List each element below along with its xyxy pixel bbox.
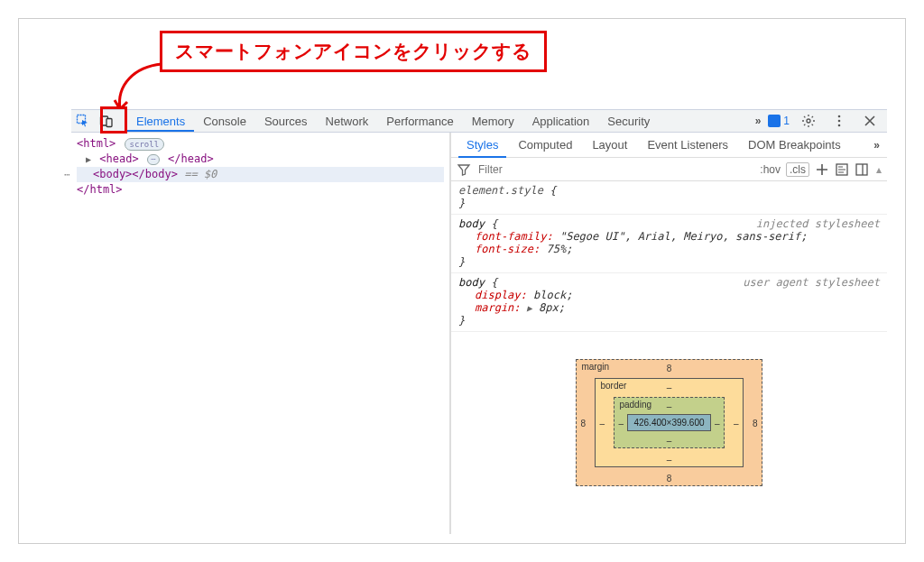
prop-name: font-size bbox=[475, 243, 533, 255]
dom-html-close[interactable]: </html> bbox=[77, 182, 444, 198]
border-top-value: – bbox=[667, 382, 672, 392]
tab-performance[interactable]: Performance bbox=[377, 110, 462, 132]
padding-label: padding bbox=[619, 400, 651, 410]
rule-body-injected[interactable]: injected stylesheet body { font-family: … bbox=[451, 215, 887, 273]
main-tabs: Elements Console Sources Network Perform… bbox=[127, 110, 659, 132]
issues-chip-icon bbox=[768, 115, 781, 127]
prop-name: margin bbox=[475, 301, 513, 314]
filter-input[interactable] bbox=[476, 162, 754, 177]
toggle-hov[interactable]: :hov bbox=[760, 163, 781, 176]
tab-memory[interactable]: Memory bbox=[463, 110, 523, 132]
brace-open: { bbox=[543, 184, 556, 197]
box-border[interactable]: border – – – – padding – – – – bbox=[595, 378, 743, 467]
tab-network[interactable]: Network bbox=[317, 110, 378, 132]
computed-styles-icon[interactable] bbox=[835, 162, 849, 177]
brace-close: } bbox=[458, 314, 465, 327]
brace-close: } bbox=[458, 197, 465, 209]
tag-html-close: </html> bbox=[77, 183, 123, 196]
inspect-element-icon[interactable] bbox=[71, 109, 95, 133]
tab-security[interactable]: Security bbox=[598, 110, 659, 132]
rule-body-useragent[interactable]: user agent stylesheet body { display: bl… bbox=[451, 273, 887, 332]
issues-count: 1 bbox=[783, 115, 790, 127]
close-devtools-icon[interactable] bbox=[858, 109, 882, 133]
tab-console[interactable]: Console bbox=[194, 110, 255, 132]
dom-body-row-selected[interactable]: ⋯ <body></body> == $0 bbox=[77, 167, 444, 182]
subtab-computed[interactable]: Computed bbox=[510, 133, 580, 158]
settings-gear-icon[interactable] bbox=[797, 109, 820, 133]
margin-top-value: 8 bbox=[667, 364, 672, 373]
box-padding[interactable]: padding – – – – 426.400×399.600 bbox=[614, 397, 724, 448]
stylesheet-source: user agent stylesheet bbox=[743, 276, 880, 289]
prop-name: font-family bbox=[475, 230, 546, 243]
tag-html-open: <html> bbox=[77, 137, 116, 150]
styles-subtabs: Styles Computed Layout Event Listeners D… bbox=[451, 133, 887, 158]
toggle-sidebar-icon[interactable] bbox=[855, 162, 869, 177]
subtab-event-listeners[interactable]: Event Listeners bbox=[639, 133, 736, 158]
scroll-indicator-icon: ▴ bbox=[876, 163, 882, 176]
brace-open: { bbox=[485, 276, 497, 289]
subtabs-overflow-icon[interactable]: » bbox=[873, 139, 887, 152]
stylesheet-source: injected stylesheet bbox=[756, 217, 880, 230]
dom-html-open[interactable]: <html> scroll bbox=[77, 136, 444, 152]
collapsed-content-icon[interactable]: ⋯ bbox=[147, 154, 160, 165]
dom-tree-panel[interactable]: <html> scroll ▶ <head> ⋯ </head> ⋯ <body… bbox=[71, 133, 450, 534]
tab-elements[interactable]: Elements bbox=[127, 110, 194, 132]
prop-value: 8px; bbox=[539, 301, 565, 314]
padding-left-value: – bbox=[618, 418, 624, 428]
styles-filter-bar: :hov .cls ▴ bbox=[451, 158, 887, 181]
tab-sources[interactable]: Sources bbox=[255, 110, 317, 132]
prop-display[interactable]: display: block; bbox=[458, 289, 880, 301]
prop-font-size[interactable]: font-size: 75%; bbox=[458, 243, 880, 255]
svg-rect-2 bbox=[106, 119, 112, 127]
prop-font-family[interactable]: font-family: "Segoe UI", Arial, Meiryo, … bbox=[458, 230, 880, 243]
subtab-styles[interactable]: Styles bbox=[458, 133, 506, 158]
tag-body-close: </body> bbox=[132, 168, 178, 180]
prop-value: block; bbox=[533, 289, 572, 301]
devtools-window: スマートフォンアイコンをクリックする Elements Console Sour… bbox=[18, 18, 906, 544]
margin-label: margin bbox=[581, 362, 609, 372]
main-panels: <html> scroll ▶ <head> ⋯ </head> ⋯ <body… bbox=[71, 133, 887, 534]
device-toggle-icon[interactable] bbox=[95, 109, 118, 133]
toggle-cls[interactable]: .cls bbox=[786, 162, 809, 177]
styles-rules-list: element.style { } injected stylesheet bo… bbox=[451, 181, 887, 534]
padding-bottom-value: – bbox=[667, 436, 672, 446]
new-style-rule-icon[interactable] bbox=[815, 162, 829, 177]
svg-point-4 bbox=[838, 115, 841, 118]
selector-text: body bbox=[458, 276, 485, 289]
svg-point-3 bbox=[807, 119, 810, 123]
subtab-dom-breakpoints[interactable]: DOM Breakpoints bbox=[740, 133, 849, 158]
margin-right-value: 8 bbox=[753, 418, 758, 428]
tabs-overflow-icon[interactable]: » bbox=[755, 115, 762, 127]
prop-value: "Segoe UI", Arial, Meiryo, sans-serif; bbox=[559, 230, 808, 243]
prop-name: display bbox=[475, 289, 521, 301]
selector-text: body bbox=[458, 217, 485, 230]
filter-funnel-icon bbox=[457, 162, 471, 177]
expand-shorthand-icon[interactable]: ▶ bbox=[527, 303, 532, 313]
prop-margin[interactable]: margin: ▶ 8px; bbox=[458, 301, 880, 314]
row-actions-ellipsis-icon[interactable]: ⋯ bbox=[64, 167, 70, 182]
svg-rect-8 bbox=[856, 164, 867, 175]
tab-application[interactable]: Application bbox=[523, 110, 599, 132]
tag-head-close: </head> bbox=[168, 152, 214, 165]
expand-triangle-icon[interactable]: ▶ bbox=[86, 154, 91, 164]
svg-point-5 bbox=[838, 120, 841, 123]
callout-text: スマートフォンアイコンをクリックする bbox=[175, 41, 531, 61]
brace-open: { bbox=[485, 217, 497, 230]
selector-text: element.style bbox=[458, 184, 543, 197]
subtab-layout[interactable]: Layout bbox=[584, 133, 635, 158]
box-content[interactable]: 426.400×399.600 bbox=[627, 414, 710, 431]
border-label: border bbox=[600, 381, 626, 391]
margin-left-value: 8 bbox=[580, 418, 586, 428]
dom-head-row[interactable]: ▶ <head> ⋯ </head> bbox=[77, 152, 444, 167]
issues-badge[interactable]: 1 bbox=[768, 115, 790, 127]
border-left-value: – bbox=[599, 418, 605, 428]
devtools-toolbar: Elements Console Sources Network Perform… bbox=[71, 109, 887, 133]
kebab-menu-icon[interactable] bbox=[827, 109, 851, 133]
rule-element-style[interactable]: element.style { } bbox=[451, 181, 887, 215]
tag-head-open: <head> bbox=[99, 152, 138, 165]
prop-value: 75%; bbox=[546, 243, 572, 255]
toolbar-right-cluster: » 1 bbox=[755, 109, 887, 133]
box-margin[interactable]: margin 8 8 8 8 border – – – – padding bbox=[576, 359, 762, 486]
border-bottom-value: – bbox=[667, 455, 672, 465]
scroll-badge: scroll bbox=[125, 138, 165, 151]
